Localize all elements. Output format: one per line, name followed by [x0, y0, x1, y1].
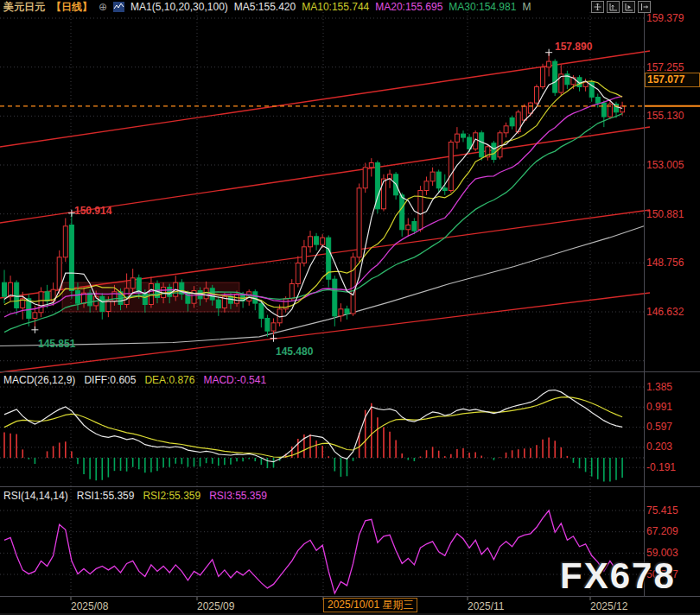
trading-chart-window: 美元日元 【日线】 ⊕ MA1(5,10,20,30,100) MA5:155.…	[0, 0, 700, 615]
x-axis-label: 2025/09	[197, 600, 234, 612]
timeframe-label[interactable]: 【日线】	[51, 2, 92, 13]
ma20-value: MA20:155.695	[375, 2, 442, 13]
macd-dea-value: DEA:0.876	[144, 374, 194, 386]
ma30-value: MA30:154.981	[449, 2, 516, 13]
macd-axis-label: -0.191	[646, 461, 676, 473]
price-annotation: 145.851	[38, 338, 75, 350]
x-axis-label: 2025/10/01 星期三	[323, 598, 417, 612]
chart-type-icon[interactable]	[113, 2, 124, 12]
circle-plus-icon[interactable]: ⊕	[99, 2, 107, 13]
rsi1-value: RSI1:55.359	[77, 490, 135, 502]
price-annotation: 150.914	[74, 205, 111, 217]
price-axis-label: 150.881	[646, 208, 684, 220]
fx678-watermark: FX678	[560, 555, 676, 597]
x-axis-label: 2025/12	[590, 600, 627, 612]
pan-icon[interactable]	[591, 1, 604, 13]
rsi-axis-label: 75.415	[646, 504, 678, 517]
axis-zoom-icon[interactable]	[607, 1, 620, 13]
axis-play-icon[interactable]	[622, 1, 635, 13]
symbol-name: 美元日元	[3, 2, 45, 13]
price-axis-label: 146.632	[646, 306, 684, 318]
price-annotation: 157.890	[555, 41, 592, 53]
price-axis-label: 155.130	[646, 110, 684, 122]
macd-diff-value: DIFF:0.605	[84, 374, 136, 386]
ma-settings-label: MA1(5,10,20,30,100)	[130, 2, 228, 13]
price-axis-label: 153.005	[646, 159, 684, 171]
rsi3-value: RSI3:55.359	[209, 490, 267, 502]
m-flag-label: M	[522, 2, 531, 13]
ma10-value: MA10:155.744	[302, 2, 369, 13]
rsi-header: RSI(14,14,14) RSI1:55.359 RSI2:55.359 RS…	[3, 490, 267, 502]
chart-canvas[interactable]	[0, 0, 700, 615]
main-chart-header: 美元日元 【日线】 ⊕ MA1(5,10,20,30,100) MA5:155.…	[3, 1, 531, 13]
x-axis-label: 2025/11	[468, 600, 505, 612]
macd-axis-label: 0.203	[646, 441, 672, 453]
price-axis-label: 148.756	[646, 257, 684, 269]
price-axis-label: 159.379	[646, 12, 684, 24]
x-axis-label: 2025/08	[71, 600, 108, 612]
price-axis-label: 157.255	[646, 61, 684, 73]
macd-hist-value: MACD:-0.541	[203, 374, 266, 386]
macd-header: MACD(26,12,9) DIFF:0.605 DEA:0.876 MACD:…	[3, 374, 266, 386]
rsi-name[interactable]: RSI(14,14,14)	[3, 490, 68, 502]
macd-axis-label: 0.991	[646, 401, 672, 413]
rsi-axis-label: 67.209	[646, 525, 678, 537]
chart-toolbar	[591, 1, 651, 13]
ma5-value: MA5:155.420	[234, 2, 296, 13]
macd-name[interactable]: MACD(26,12,9)	[3, 374, 75, 386]
rsi2-value: RSI2:55.359	[143, 490, 200, 502]
price-annotation: 145.480	[276, 346, 313, 358]
macd-axis-label: 0.597	[646, 421, 672, 433]
highlighted-price-label: 157.077	[645, 73, 700, 87]
pane-shift-icon[interactable]	[638, 1, 651, 13]
macd-axis-label: 1.385	[646, 381, 672, 393]
